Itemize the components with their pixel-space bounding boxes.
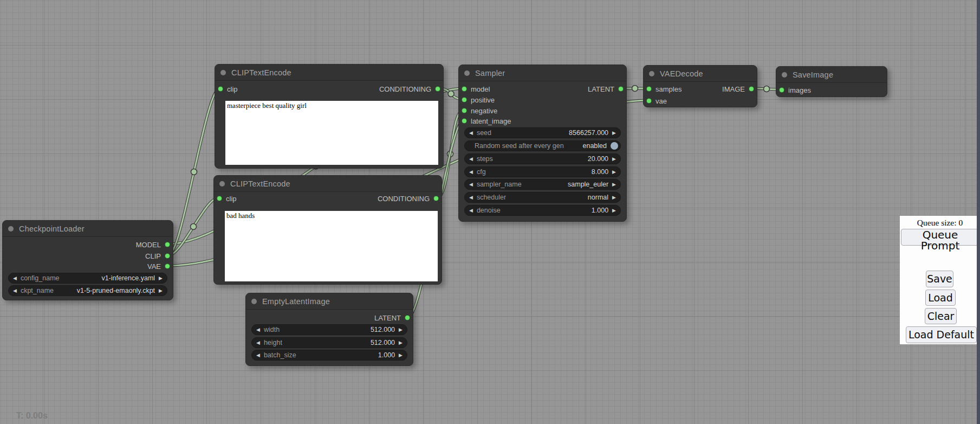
decrement-arrow-icon[interactable]: ◀ [256, 327, 260, 332]
increment-arrow-icon[interactable]: ▶ [612, 195, 616, 200]
decrement-arrow-icon[interactable]: ◀ [469, 182, 473, 187]
input-port-negative[interactable]: negative [462, 105, 497, 116]
node-clip-text-encode-positive[interactable]: CLIPTextEncodeclipCONDITIONING [215, 64, 444, 169]
port-dot-icon[interactable] [165, 253, 170, 259]
widget-cfg[interactable]: ◀cfg8.000▶ [464, 166, 621, 177]
output-port-clip[interactable]: CLIP [145, 250, 170, 261]
decrement-arrow-icon[interactable]: ◀ [469, 157, 473, 162]
widget-steps[interactable]: ◀steps20.000▶ [464, 153, 621, 164]
link-midpoint-dot[interactable] [764, 86, 770, 92]
decrement-arrow-icon[interactable]: ◀ [469, 208, 473, 213]
port-dot-icon[interactable] [646, 86, 652, 92]
node-title-bar[interactable]: SaveImage [776, 67, 887, 83]
widget-scheduler[interactable]: ◀schedulernormal▶ [464, 192, 621, 203]
port-dot-icon[interactable] [218, 86, 223, 92]
link-midpoint-dot[interactable] [632, 86, 638, 92]
decrement-arrow-icon[interactable]: ◀ [469, 195, 473, 200]
increment-arrow-icon[interactable]: ▶ [399, 353, 403, 358]
node-title-bar[interactable]: VAEDecode [644, 66, 757, 82]
output-port-vae[interactable]: VAE [147, 261, 170, 272]
widget-batch_size[interactable]: ◀batch_size1.000▶ [251, 350, 407, 361]
node-sampler[interactable]: Samplermodelpositivenegativelatent_image… [458, 65, 627, 222]
load-button[interactable]: Load [925, 290, 956, 306]
port-dot-icon[interactable] [462, 97, 467, 102]
node-title-bar[interactable]: Sampler [459, 65, 626, 81]
decrement-arrow-icon[interactable]: ◀ [13, 276, 17, 281]
decrement-arrow-icon[interactable]: ◀ [469, 131, 473, 136]
input-port-samples[interactable]: samples [646, 83, 682, 94]
toggle-dot-icon[interactable] [611, 142, 618, 150]
input-port-positive[interactable]: positive [462, 94, 495, 105]
collapse-dot-icon[interactable] [8, 226, 14, 232]
prompt-textarea[interactable] [225, 101, 438, 165]
link-midpoint-dot[interactable] [191, 169, 197, 175]
input-port-latent_image[interactable]: latent_image [462, 115, 511, 126]
prompt-textarea[interactable] [225, 211, 438, 281]
node-save-image[interactable]: SaveImageimages [776, 66, 887, 97]
widget-config_name[interactable]: ◀config_namev1-inference.yaml▶ [8, 273, 167, 284]
save-button[interactable]: Save [926, 271, 953, 287]
node-title-bar[interactable]: EmptyLatentImage [246, 293, 413, 310]
decrement-arrow-icon[interactable]: ◀ [256, 353, 260, 358]
port-dot-icon[interactable] [462, 108, 467, 113]
increment-arrow-icon[interactable]: ▶ [159, 276, 163, 281]
output-port-conditioning[interactable]: CONDITIONING [378, 193, 439, 204]
increment-arrow-icon[interactable]: ▶ [612, 208, 616, 213]
widget-ckpt_name[interactable]: ◀ckpt_namev1-5-pruned-emaonly.ckpt▶ [8, 285, 167, 296]
link-midpoint-dot[interactable] [447, 151, 453, 157]
port-dot-icon[interactable] [405, 315, 410, 320]
increment-arrow-icon[interactable]: ▶ [399, 341, 403, 345]
input-port-vae[interactable]: vae [646, 95, 667, 106]
input-port-clip[interactable]: clip [218, 83, 238, 94]
port-dot-icon[interactable] [646, 98, 652, 104]
port-dot-icon[interactable] [749, 86, 754, 92]
output-port-latent[interactable]: LATENT [588, 83, 624, 94]
node-empty-latent-image[interactable]: EmptyLatentImageLATENT◀width512.000▶◀hei… [245, 293, 413, 366]
increment-arrow-icon[interactable]: ▶ [612, 170, 616, 175]
decrement-arrow-icon[interactable]: ◀ [256, 341, 260, 345]
port-dot-icon[interactable] [165, 242, 170, 247]
port-dot-icon[interactable] [779, 87, 784, 93]
widget-width[interactable]: ◀width512.000▶ [251, 324, 407, 335]
collapse-dot-icon[interactable] [219, 181, 225, 187]
link-midpoint-dot[interactable] [448, 91, 454, 97]
link-midpoint-dot[interactable] [191, 224, 197, 230]
decrement-arrow-icon[interactable]: ◀ [13, 288, 17, 293]
increment-arrow-icon[interactable]: ▶ [612, 157, 616, 162]
increment-arrow-icon[interactable]: ▶ [612, 182, 616, 187]
widget-height[interactable]: ◀height512.000▶ [251, 337, 407, 348]
port-dot-icon[interactable] [433, 196, 439, 201]
port-dot-icon[interactable] [462, 118, 467, 124]
input-port-clip[interactable]: clip [217, 193, 237, 204]
port-dot-icon[interactable] [618, 86, 624, 92]
clear-button[interactable]: Clear [925, 308, 957, 324]
node-title-bar[interactable]: CLIPTextEncode [215, 65, 443, 81]
increment-arrow-icon[interactable]: ▶ [399, 327, 403, 332]
node-graph-canvas[interactable]: { "canvas": { "status_text": "T: 0.00s" … [0, 0, 980, 424]
input-port-model[interactable]: model [462, 83, 490, 94]
widget-random-seed-after-every-gen[interactable]: Random seed after every genenabled [464, 140, 621, 151]
widget-denoise[interactable]: ◀denoise1.000▶ [464, 205, 621, 216]
port-dot-icon[interactable] [217, 196, 222, 201]
decrement-arrow-icon[interactable]: ◀ [469, 170, 473, 175]
increment-arrow-icon[interactable]: ▶ [159, 288, 163, 293]
output-port-image[interactable]: IMAGE [722, 83, 754, 94]
load-default-button[interactable]: Load Default [906, 326, 977, 343]
widget-seed[interactable]: ◀seed8566257.000▶ [464, 127, 621, 138]
increment-arrow-icon[interactable]: ▶ [612, 131, 616, 136]
widget-sampler_name[interactable]: ◀sampler_namesample_euler▶ [464, 179, 621, 190]
node-title-bar[interactable]: CLIPTextEncode [214, 176, 442, 192]
collapse-dot-icon[interactable] [649, 71, 654, 76]
input-port-images[interactable]: images [779, 85, 811, 95]
port-dot-icon[interactable] [435, 86, 440, 92]
collapse-dot-icon[interactable] [220, 70, 226, 75]
port-dot-icon[interactable] [462, 86, 467, 92]
node-title-bar[interactable]: CheckpointLoader [3, 221, 173, 237]
node-checkpoint-loader[interactable]: CheckpointLoaderMODELCLIPVAE◀config_name… [2, 220, 173, 300]
output-port-model[interactable]: MODEL [136, 239, 170, 250]
output-port-latent[interactable]: LATENT [374, 312, 410, 323]
collapse-dot-icon[interactable] [251, 299, 257, 304]
collapse-dot-icon[interactable] [782, 72, 787, 78]
node-vae-decode[interactable]: VAEDecodesamplesvaeIMAGE [643, 65, 757, 107]
node-clip-text-encode-negative[interactable]: CLIPTextEncodeclipCONDITIONING [213, 175, 442, 285]
